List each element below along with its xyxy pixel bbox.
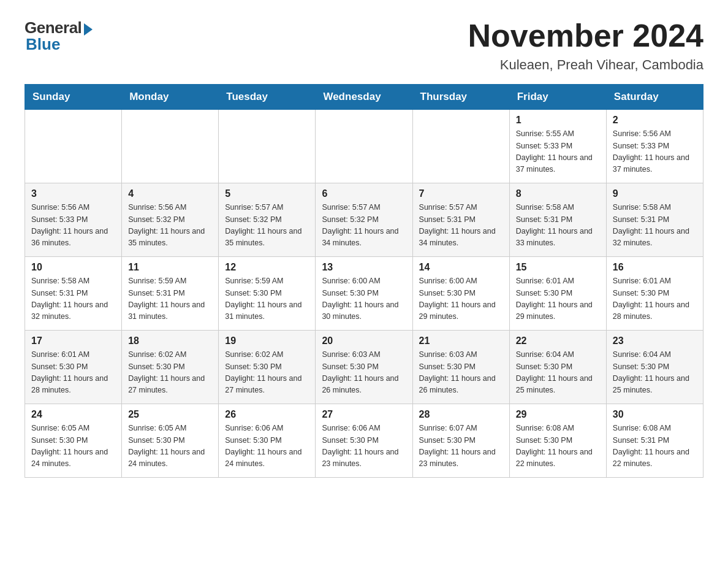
day-number: 27 [322, 409, 406, 420]
calendar-cell: 10Sunrise: 5:58 AMSunset: 5:31 PMDayligh… [25, 257, 122, 331]
calendar-cell [122, 110, 219, 183]
calendar-cell: 7Sunrise: 5:57 AMSunset: 5:31 PMDaylight… [412, 183, 509, 257]
day-info: Sunrise: 6:01 AMSunset: 5:30 PMDaylight:… [516, 275, 600, 323]
calendar-week-row-1: 1Sunrise: 5:55 AMSunset: 5:33 PMDaylight… [25, 110, 703, 183]
day-number: 17 [31, 335, 115, 347]
day-info: Sunrise: 5:56 AMSunset: 5:33 PMDaylight:… [31, 202, 115, 250]
day-number: 28 [419, 409, 503, 420]
calendar-cell: 13Sunrise: 6:00 AMSunset: 5:30 PMDayligh… [316, 257, 412, 331]
day-info: Sunrise: 6:04 AMSunset: 5:30 PMDaylight:… [613, 349, 697, 397]
day-info: Sunrise: 5:55 AMSunset: 5:33 PMDaylight:… [516, 128, 600, 176]
calendar-cell: 19Sunrise: 6:02 AMSunset: 5:30 PMDayligh… [219, 331, 316, 404]
calendar-cell [25, 110, 122, 183]
calendar-header-row: SundayMondayTuesdayWednesdayThursdayFrid… [25, 85, 703, 110]
day-number: 12 [225, 262, 309, 273]
calendar-cell: 1Sunrise: 5:55 AMSunset: 5:33 PMDaylight… [509, 110, 606, 183]
day-number: 1 [516, 115, 600, 126]
day-info: Sunrise: 6:05 AMSunset: 5:30 PMDaylight:… [128, 423, 212, 470]
calendar-table: SundayMondayTuesdayWednesdayThursdayFrid… [25, 84, 703, 478]
day-info: Sunrise: 5:57 AMSunset: 5:32 PMDaylight:… [322, 202, 406, 250]
main-title: November 2024 [468, 18, 703, 53]
day-info: Sunrise: 6:07 AMSunset: 5:30 PMDaylight:… [419, 423, 503, 470]
calendar-cell: 26Sunrise: 6:06 AMSunset: 5:30 PMDayligh… [219, 404, 316, 478]
calendar-cell: 29Sunrise: 6:08 AMSunset: 5:30 PMDayligh… [509, 404, 606, 478]
day-number: 3 [31, 188, 115, 199]
calendar-header-thursday: Thursday [412, 85, 509, 110]
calendar-cell: 5Sunrise: 5:57 AMSunset: 5:32 PMDaylight… [219, 183, 316, 257]
day-info: Sunrise: 6:01 AMSunset: 5:30 PMDaylight:… [613, 275, 697, 323]
day-info: Sunrise: 6:00 AMSunset: 5:30 PMDaylight:… [322, 275, 406, 323]
day-info: Sunrise: 5:56 AMSunset: 5:32 PMDaylight:… [128, 202, 212, 250]
calendar-cell: 18Sunrise: 6:02 AMSunset: 5:30 PMDayligh… [122, 331, 219, 404]
day-number: 5 [225, 188, 309, 199]
day-info: Sunrise: 5:58 AMSunset: 5:31 PMDaylight:… [516, 202, 600, 250]
calendar-cell: 3Sunrise: 5:56 AMSunset: 5:33 PMDaylight… [25, 183, 122, 257]
logo-blue-text: Blue [26, 35, 60, 54]
calendar-week-row-4: 17Sunrise: 6:01 AMSunset: 5:30 PMDayligh… [25, 331, 703, 404]
title-area: November 2024 Kuleaen, Preah Vihear, Cam… [468, 18, 703, 73]
day-info: Sunrise: 6:06 AMSunset: 5:30 PMDaylight:… [225, 423, 309, 470]
calendar-cell: 25Sunrise: 6:05 AMSunset: 5:30 PMDayligh… [122, 404, 219, 478]
day-number: 13 [322, 262, 406, 273]
day-info: Sunrise: 6:00 AMSunset: 5:30 PMDaylight:… [419, 275, 503, 323]
day-info: Sunrise: 5:56 AMSunset: 5:33 PMDaylight:… [613, 128, 697, 176]
calendar-cell: 22Sunrise: 6:04 AMSunset: 5:30 PMDayligh… [509, 331, 606, 404]
day-number: 30 [613, 409, 697, 420]
subtitle: Kuleaen, Preah Vihear, Cambodia [468, 57, 703, 73]
calendar-cell [316, 110, 412, 183]
calendar-header-sunday: Sunday [25, 85, 122, 110]
calendar-cell: 15Sunrise: 6:01 AMSunset: 5:30 PMDayligh… [509, 257, 606, 331]
day-info: Sunrise: 6:02 AMSunset: 5:30 PMDaylight:… [225, 349, 309, 397]
calendar-cell: 20Sunrise: 6:03 AMSunset: 5:30 PMDayligh… [316, 331, 412, 404]
day-number: 24 [31, 409, 115, 420]
calendar-header-wednesday: Wednesday [316, 85, 412, 110]
day-number: 9 [613, 188, 697, 199]
calendar-cell: 27Sunrise: 6:06 AMSunset: 5:30 PMDayligh… [316, 404, 412, 478]
day-info: Sunrise: 6:04 AMSunset: 5:30 PMDaylight:… [516, 349, 600, 397]
day-number: 19 [225, 335, 309, 347]
logo: General Blue [25, 18, 93, 54]
day-number: 25 [128, 409, 212, 420]
day-info: Sunrise: 6:03 AMSunset: 5:30 PMDaylight:… [419, 349, 503, 397]
day-info: Sunrise: 5:58 AMSunset: 5:31 PMDaylight:… [613, 202, 697, 250]
calendar-cell: 16Sunrise: 6:01 AMSunset: 5:30 PMDayligh… [606, 257, 703, 331]
day-number: 11 [128, 262, 212, 273]
calendar-header-friday: Friday [509, 85, 606, 110]
day-number: 21 [419, 335, 503, 347]
calendar-cell: 23Sunrise: 6:04 AMSunset: 5:30 PMDayligh… [606, 331, 703, 404]
calendar-cell: 30Sunrise: 6:08 AMSunset: 5:31 PMDayligh… [606, 404, 703, 478]
day-number: 6 [322, 188, 406, 199]
day-number: 4 [128, 188, 212, 199]
day-info: Sunrise: 5:58 AMSunset: 5:31 PMDaylight:… [31, 275, 115, 323]
calendar-week-row-5: 24Sunrise: 6:05 AMSunset: 5:30 PMDayligh… [25, 404, 703, 478]
calendar-cell: 2Sunrise: 5:56 AMSunset: 5:33 PMDaylight… [606, 110, 703, 183]
calendar-cell: 17Sunrise: 6:01 AMSunset: 5:30 PMDayligh… [25, 331, 122, 404]
calendar-cell: 24Sunrise: 6:05 AMSunset: 5:30 PMDayligh… [25, 404, 122, 478]
calendar-cell [219, 110, 316, 183]
calendar-cell: 9Sunrise: 5:58 AMSunset: 5:31 PMDaylight… [606, 183, 703, 257]
calendar-cell: 8Sunrise: 5:58 AMSunset: 5:31 PMDaylight… [509, 183, 606, 257]
day-number: 20 [322, 335, 406, 347]
calendar-cell: 11Sunrise: 5:59 AMSunset: 5:31 PMDayligh… [122, 257, 219, 331]
calendar-header-monday: Monday [122, 85, 219, 110]
calendar-header-tuesday: Tuesday [219, 85, 316, 110]
day-info: Sunrise: 6:08 AMSunset: 5:30 PMDaylight:… [516, 423, 600, 470]
calendar-week-row-3: 10Sunrise: 5:58 AMSunset: 5:31 PMDayligh… [25, 257, 703, 331]
day-number: 15 [516, 262, 600, 273]
calendar-cell [412, 110, 509, 183]
day-number: 2 [613, 115, 697, 126]
calendar-cell: 28Sunrise: 6:07 AMSunset: 5:30 PMDayligh… [412, 404, 509, 478]
logo-arrow-icon [84, 23, 93, 36]
day-number: 8 [516, 188, 600, 199]
calendar-cell: 14Sunrise: 6:00 AMSunset: 5:30 PMDayligh… [412, 257, 509, 331]
day-number: 29 [516, 409, 600, 420]
day-number: 7 [419, 188, 503, 199]
day-info: Sunrise: 6:02 AMSunset: 5:30 PMDaylight:… [128, 349, 212, 397]
calendar-cell: 6Sunrise: 5:57 AMSunset: 5:32 PMDaylight… [316, 183, 412, 257]
calendar-week-row-2: 3Sunrise: 5:56 AMSunset: 5:33 PMDaylight… [25, 183, 703, 257]
day-info: Sunrise: 6:08 AMSunset: 5:31 PMDaylight:… [613, 423, 697, 470]
day-info: Sunrise: 5:57 AMSunset: 5:32 PMDaylight:… [225, 202, 309, 250]
day-number: 10 [31, 262, 115, 273]
day-info: Sunrise: 5:57 AMSunset: 5:31 PMDaylight:… [419, 202, 503, 250]
day-info: Sunrise: 6:01 AMSunset: 5:30 PMDaylight:… [31, 349, 115, 397]
